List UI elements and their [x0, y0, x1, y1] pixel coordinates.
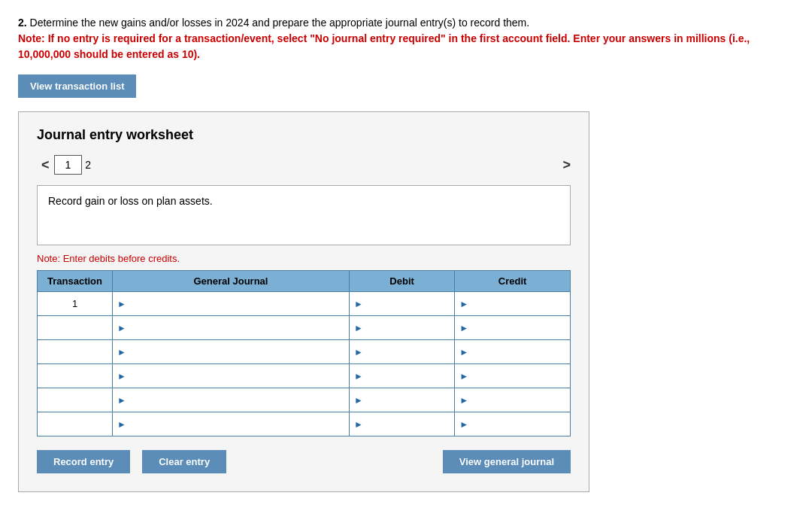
journal-table: Transaction General Journal Debit Credit…: [37, 270, 571, 436]
view-general-journal-button[interactable]: View general journal: [443, 450, 571, 473]
table-row-credit-4[interactable]: ►: [455, 388, 571, 412]
cell-arrow-icon: ►: [459, 323, 468, 333]
description-box: Record gain or loss on plan assets.: [37, 185, 571, 245]
nav-arrow-right[interactable]: >: [562, 157, 571, 173]
clear-entry-button[interactable]: Clear entry: [142, 450, 226, 473]
table-row-credit-5[interactable]: ►: [455, 412, 571, 436]
cell-arrow-icon: ►: [117, 299, 126, 309]
tab-2[interactable]: 2: [85, 159, 91, 171]
debit-credit-note: Note: Enter debits before credits.: [37, 253, 571, 264]
table-row-transaction-1: [38, 316, 113, 340]
table-row-credit-3[interactable]: ►: [455, 364, 571, 388]
table-row-general-journal-4[interactable]: ►: [113, 388, 350, 412]
cell-arrow-icon: ►: [459, 419, 468, 430]
worksheet-title: Journal entry worksheet: [37, 127, 571, 143]
table-row-transaction-5: [38, 412, 113, 436]
table-row-general-journal-3[interactable]: ►: [113, 364, 350, 388]
table-row-general-journal-0[interactable]: ►: [113, 292, 350, 316]
table-row-transaction-0: 1: [38, 292, 113, 316]
table-row-general-journal-5[interactable]: ►: [113, 412, 350, 436]
worksheet-container: Journal entry worksheet < 1 2 > Record g…: [18, 111, 589, 492]
cell-arrow-icon: ►: [354, 395, 363, 406]
view-transaction-button[interactable]: View transaction list: [18, 75, 136, 98]
table-row-debit-0[interactable]: ►: [349, 292, 454, 316]
table-row-debit-1[interactable]: ►: [349, 316, 454, 340]
cell-arrow-icon: ►: [459, 395, 468, 406]
table-row-debit-2[interactable]: ►: [349, 340, 454, 364]
question-red-note: Note: If no entry is required for a tran…: [18, 32, 750, 60]
col-header-general-journal: General Journal: [113, 271, 350, 292]
question-number: 2.: [18, 17, 27, 29]
table-row-credit-1[interactable]: ►: [455, 316, 571, 340]
tab-1[interactable]: 1: [54, 155, 83, 175]
table-row-general-journal-1[interactable]: ►: [113, 316, 350, 340]
cell-arrow-icon: ►: [459, 347, 468, 357]
col-header-debit: Debit: [349, 271, 454, 292]
cell-arrow-icon: ►: [117, 371, 126, 382]
table-row-general-journal-2[interactable]: ►: [113, 340, 350, 364]
cell-arrow-icon: ►: [117, 395, 126, 406]
table-row-credit-0[interactable]: ►: [455, 292, 571, 316]
cell-arrow-icon: ►: [117, 347, 126, 357]
col-header-credit: Credit: [455, 271, 571, 292]
record-entry-button[interactable]: Record entry: [37, 450, 130, 473]
action-buttons-row: Record entry Clear entry View general jo…: [37, 450, 571, 473]
table-row-debit-5[interactable]: ►: [349, 412, 454, 436]
cell-arrow-icon: ►: [354, 371, 363, 382]
cell-arrow-icon: ►: [117, 419, 126, 430]
cell-arrow-icon: ►: [354, 323, 363, 333]
table-row-credit-2[interactable]: ►: [455, 340, 571, 364]
cell-arrow-icon: ►: [117, 323, 126, 333]
table-row-debit-4[interactable]: ►: [349, 388, 454, 412]
col-header-transaction: Transaction: [38, 271, 113, 292]
nav-row: < 1 2 >: [37, 155, 571, 175]
table-row-transaction-3: [38, 364, 113, 388]
cell-arrow-icon: ►: [354, 299, 363, 309]
cell-arrow-icon: ►: [459, 299, 468, 309]
cell-arrow-icon: ►: [354, 419, 363, 430]
table-row-debit-3[interactable]: ►: [349, 364, 454, 388]
nav-arrow-left[interactable]: <: [37, 156, 54, 175]
cell-arrow-icon: ►: [459, 371, 468, 382]
table-row-transaction-4: [38, 388, 113, 412]
question-main-text: Determine the new gains and/or losses in…: [30, 17, 530, 29]
table-row-transaction-2: [38, 340, 113, 364]
description-text: Record gain or loss on plan assets.: [48, 195, 213, 207]
cell-arrow-icon: ►: [354, 347, 363, 357]
